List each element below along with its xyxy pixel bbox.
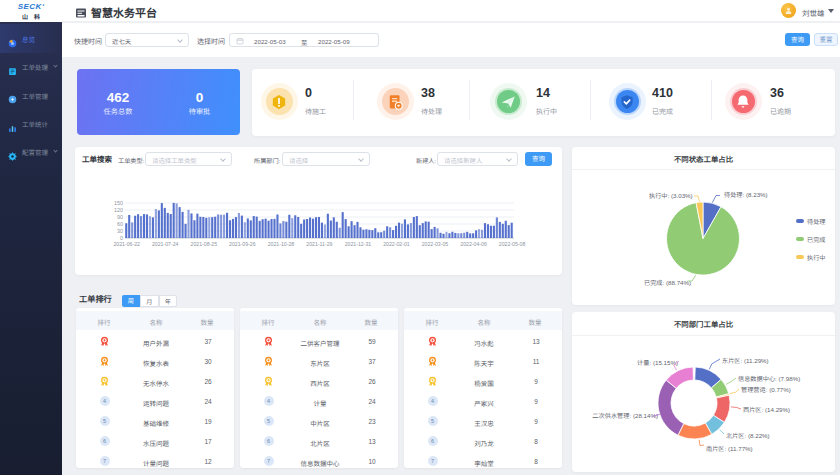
svg-text:120: 120 — [114, 207, 123, 213]
svg-text:2021-11-29: 2021-11-29 — [306, 241, 332, 247]
svg-text:2021-06-22: 2021-06-22 — [113, 241, 140, 247]
svg-text:2022-04-06: 2022-04-06 — [460, 241, 487, 247]
svg-text:2022-02-01: 2022-02-01 — [383, 241, 410, 247]
svg-text:2021-10-28: 2021-10-28 — [268, 241, 295, 247]
svg-text:2022-05-08: 2022-05-08 — [499, 241, 526, 247]
svg-text:2021-07-24: 2021-07-24 — [152, 241, 179, 247]
svg-text:2021-09-26: 2021-09-26 — [229, 241, 256, 247]
svg-text:90: 90 — [117, 214, 123, 220]
svg-text:2022-03-05: 2022-03-05 — [422, 241, 449, 247]
svg-text:30: 30 — [117, 228, 123, 234]
svg-text:2021-12-31: 2021-12-31 — [345, 241, 372, 247]
svg-text:2021-08-25: 2021-08-25 — [191, 241, 218, 247]
svg-text:150: 150 — [114, 200, 123, 206]
svg-text:60: 60 — [117, 221, 123, 227]
